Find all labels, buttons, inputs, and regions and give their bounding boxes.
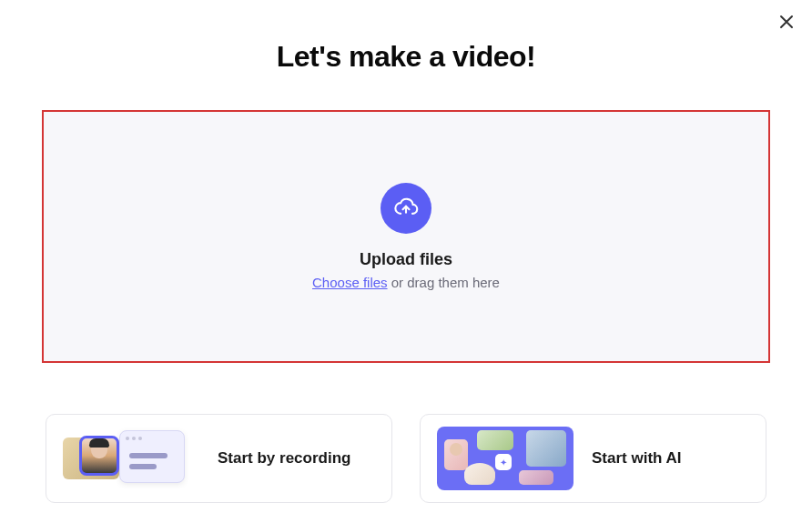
record-option-label: Start by recording <box>218 449 350 468</box>
upload-subtext: Choose files or drag them here <box>312 275 500 290</box>
drag-suffix: or drag them here <box>388 275 500 290</box>
page-title: Let's make a video! <box>0 40 812 74</box>
upload-dropzone[interactable]: Upload files Choose files or drag them h… <box>42 110 770 363</box>
options-row: Start by recording ✦ Start with AI <box>46 414 766 503</box>
avatar-icon <box>79 436 119 476</box>
record-option-card[interactable]: Start by recording <box>46 414 392 503</box>
ai-option-card[interactable]: ✦ Start with AI <box>420 414 766 503</box>
upload-heading: Upload files <box>360 250 452 269</box>
upload-icon-circle <box>381 183 431 234</box>
record-thumbnail <box>63 427 199 490</box>
ai-thumbnail: ✦ <box>437 427 573 490</box>
sparkle-icon: ✦ <box>495 454 512 470</box>
close-button[interactable] <box>776 11 797 33</box>
close-icon <box>779 15 794 29</box>
ai-option-label: Start with AI <box>592 449 682 468</box>
choose-files-link[interactable]: Choose files <box>312 275 388 290</box>
cloud-upload-icon <box>393 196 419 221</box>
